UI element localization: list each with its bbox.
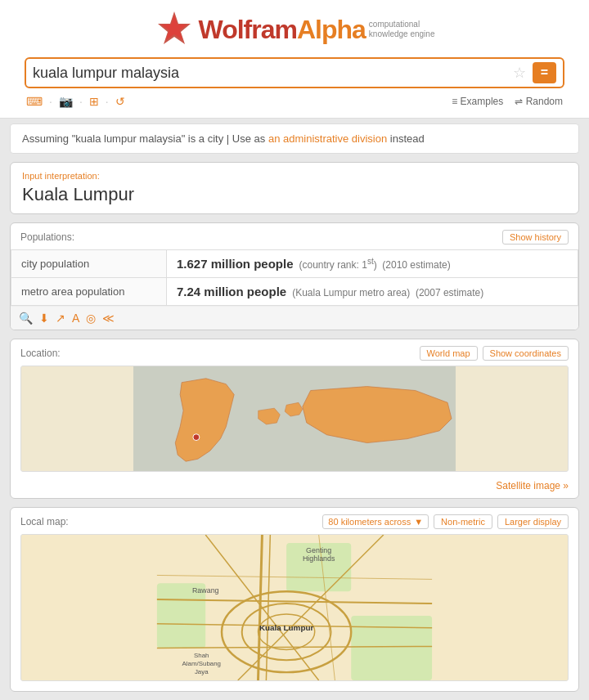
main-content: Input interpretation: Kuala Lumpur Popul… bbox=[10, 162, 579, 692]
world-map-button[interactable]: World map bbox=[420, 346, 478, 361]
city-population-label: city population bbox=[11, 250, 167, 278]
download-icon[interactable]: ⬇ bbox=[39, 312, 49, 325]
svg-rect-8 bbox=[351, 616, 432, 680]
share-icon[interactable]: ↗ bbox=[56, 312, 65, 325]
local-map-svg: Genting Highlands Rawang Kuala Lumpur Sh… bbox=[21, 535, 568, 680]
populations-header: Populations: Show history bbox=[11, 223, 578, 249]
favorite-icon[interactable]: ☆ bbox=[513, 64, 526, 82]
assumption-text-after: instead bbox=[390, 132, 425, 145]
svg-point-4 bbox=[193, 434, 200, 441]
city-population-value: 1.627 million people (country rank: 1st)… bbox=[167, 250, 578, 278]
location-header: Location: World map Show coordinates bbox=[11, 339, 578, 366]
populations-title: Populations: bbox=[20, 231, 74, 243]
logo-area: WolframAlpha computational knowledge eng… bbox=[16, 10, 573, 49]
camera-icon[interactable]: 📷 bbox=[59, 95, 73, 108]
table-row: city population 1.627 million people (co… bbox=[11, 250, 578, 278]
location-title: Location: bbox=[20, 348, 61, 359]
keyboard-icon[interactable]: ⌨ bbox=[26, 95, 43, 108]
svg-text:Kuala Lumpur: Kuala Lumpur bbox=[259, 623, 314, 632]
examples-link[interactable]: ≡ Examples bbox=[452, 96, 503, 107]
kilometers-dropdown[interactable]: 80 kilometers across ▼ bbox=[322, 514, 429, 529]
local-map-header: Local map: 80 kilometers across ▼ Non-me… bbox=[11, 508, 578, 534]
table-row: metro area population 7.24 million peopl… bbox=[11, 278, 578, 306]
local-map-title: Local map: bbox=[20, 516, 69, 527]
svg-text:Alam/Subang: Alam/Subang bbox=[182, 660, 221, 667]
header: WolframAlpha computational knowledge eng… bbox=[0, 0, 589, 119]
svg-text:Jaya: Jaya bbox=[195, 668, 209, 675]
toolbar-icons: ⌨ · 📷 · ⊞ · ↺ bbox=[26, 95, 125, 108]
search-button[interactable]: = bbox=[533, 62, 556, 83]
malaysia-map-svg bbox=[21, 366, 568, 471]
svg-text:Genting: Genting bbox=[306, 546, 331, 554]
location-card: Location: World map Show coordinates bbox=[10, 339, 579, 499]
logo-text-group: WolframAlpha bbox=[199, 15, 366, 45]
more-icon[interactable]: ≪ bbox=[102, 312, 115, 325]
show-coordinates-button[interactable]: Show coordinates bbox=[483, 346, 569, 361]
population-actions: 🔍 ⬇ ↗ A ◎ ≪ bbox=[11, 306, 578, 330]
local-map-card: Local map: 80 kilometers across ▼ Non-me… bbox=[10, 507, 579, 692]
wolfram-star-icon bbox=[155, 10, 194, 49]
show-history-button[interactable]: Show history bbox=[502, 230, 569, 245]
source-icon[interactable]: ◎ bbox=[86, 312, 96, 325]
interpretation-card: Input interpretation: Kuala Lumpur bbox=[10, 162, 579, 214]
svg-text:Shah: Shah bbox=[194, 652, 209, 659]
logo-alpha: Alpha bbox=[297, 15, 366, 44]
search-input[interactable] bbox=[33, 65, 513, 82]
logo-wolfram: Wolfram bbox=[199, 15, 297, 44]
populations-card: Populations: Show history city populatio… bbox=[10, 222, 579, 330]
toolbar-right: ≡ Examples ⇌ Random bbox=[452, 96, 563, 107]
location-map bbox=[20, 366, 569, 472]
non-metric-button[interactable]: Non-metric bbox=[434, 514, 492, 529]
larger-display-button[interactable]: Larger display bbox=[497, 514, 569, 529]
refresh-icon[interactable]: ↺ bbox=[115, 95, 125, 108]
logo-tagline: computational knowledge engine bbox=[369, 20, 435, 39]
local-map-buttons: 80 kilometers across ▼ Non-metric Larger… bbox=[322, 514, 569, 529]
assumption-bar: Assuming "kuala lumpur malaysia" is a ci… bbox=[10, 123, 579, 154]
location-buttons: World map Show coordinates bbox=[420, 346, 569, 361]
metro-population-value: 7.24 million people (Kuala Lumpur metro … bbox=[167, 278, 578, 306]
svg-text:Highlands: Highlands bbox=[303, 554, 335, 563]
logo-full: WolframAlpha bbox=[199, 15, 366, 44]
interpretation-value: Kuala Lumpur bbox=[22, 184, 567, 205]
interpretation-label: Input interpretation: bbox=[22, 171, 567, 181]
assumption-link[interactable]: an administrative division bbox=[268, 132, 387, 145]
toolbar: ⌨ · 📷 · ⊞ · ↺ ≡ Examples ⇌ Random bbox=[16, 93, 573, 110]
assumption-text-before: Assuming "kuala lumpur malaysia" is a ci… bbox=[22, 132, 223, 145]
search-bar: ☆ = bbox=[25, 57, 564, 88]
dropdown-arrow-icon: ▼ bbox=[414, 517, 423, 527]
font-icon[interactable]: A bbox=[72, 312, 79, 325]
metro-population-label: metro area population bbox=[11, 278, 167, 306]
local-map-image: Genting Highlands Rawang Kuala Lumpur Sh… bbox=[20, 534, 569, 681]
svg-text:Rawang: Rawang bbox=[192, 586, 219, 595]
random-link[interactable]: ⇌ Random bbox=[515, 96, 563, 107]
populations-table: city population 1.627 million people (co… bbox=[11, 249, 578, 306]
satellite-image-link[interactable]: Satellite image » bbox=[11, 477, 578, 498]
table-icon[interactable]: ⊞ bbox=[89, 95, 99, 108]
zoom-icon[interactable]: 🔍 bbox=[19, 312, 33, 325]
assumption-separator: | Use as bbox=[227, 132, 268, 145]
